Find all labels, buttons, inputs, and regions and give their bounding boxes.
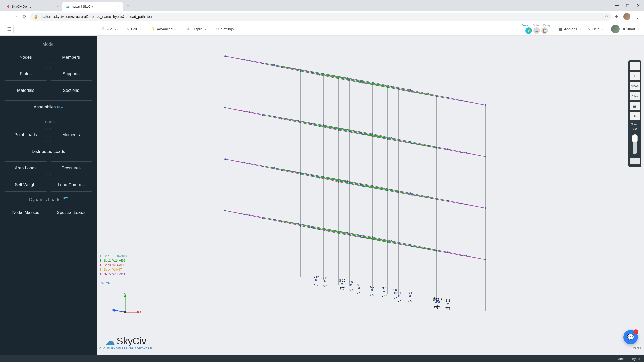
sidebar-assemblies[interactable]: AssembliesNEW: [5, 100, 92, 114]
close-icon[interactable]: ×: [57, 4, 59, 8]
svg-point-85: [349, 182, 350, 184]
rotate-button[interactable]: Rotate: [630, 92, 640, 100]
menu-output[interactable]: 🖥Output▾: [186, 27, 206, 31]
sidebar-spectral-loads[interactable]: Spectral Loads: [50, 206, 93, 219]
pencil-icon: ✎: [126, 27, 129, 31]
sidebar-moments[interactable]: Moments: [50, 128, 93, 142]
mode-label-design: Design: [543, 24, 551, 27]
sidebar-nodes[interactable]: Nodes: [5, 51, 47, 64]
svg-point-162: [244, 111, 245, 112]
svg-text:777: 777: [433, 306, 438, 309]
logo-tagline: CLOUD ENGINEERING SOFTWARE: [99, 347, 152, 350]
reload-icon[interactable]: ⟳: [21, 14, 28, 19]
svg-point-124: [485, 104, 486, 106]
sidebar-pressures[interactable]: Pressures: [50, 161, 93, 175]
menu-advanced[interactable]: ✨Advanced▾: [151, 27, 176, 31]
units-toggle[interactable]: Metric: [617, 357, 626, 361]
close-icon[interactable]: ×: [117, 4, 119, 8]
svg-line-36: [265, 166, 379, 189]
browser-tab-skyciv-demo[interactable]: H SkyCiv Demo ×: [2, 2, 62, 11]
svg-line-42: [274, 116, 387, 139]
new-tab-button[interactable]: +: [125, 3, 131, 8]
svg-point-82: [262, 166, 264, 167]
svg-point-145: [298, 172, 299, 173]
extensions-icon[interactable]: ✦: [615, 14, 618, 19]
svg-point-209: [315, 279, 317, 281]
svg-point-118: [311, 72, 313, 73]
sidebar-materials[interactable]: Materials: [5, 84, 47, 97]
svg-point-80: [338, 181, 339, 183]
svg-line-18: [274, 219, 387, 242]
sidebar-sections[interactable]: Sections: [50, 84, 93, 97]
url-text: platform.skyciv.com/structural?preload_n…: [41, 15, 602, 19]
svg-line-38: [314, 175, 428, 198]
star-icon[interactable]: ☆: [605, 15, 608, 19]
svg-line-30: [274, 168, 387, 191]
minimize-icon[interactable]: —: [615, 3, 619, 8]
svg-text:S 15: S 15: [433, 298, 439, 301]
sidebar-load-combos[interactable]: Load Combos: [50, 178, 93, 192]
sidebar-plates[interactable]: Plates: [5, 67, 47, 81]
sidebar-self-weight[interactable]: Self Weight: [5, 178, 47, 192]
svg-point-160: [460, 152, 462, 153]
svg-point-111: [372, 133, 373, 135]
axis-y-label: Y: [124, 293, 126, 296]
close-window-icon[interactable]: ✕: [637, 3, 640, 8]
favicon-h-icon: H: [6, 4, 10, 8]
back-icon[interactable]: ←: [3, 14, 10, 19]
svg-point-94: [409, 192, 411, 194]
sidebar-members[interactable]: Members: [50, 51, 93, 64]
svg-point-106: [360, 132, 362, 133]
user-menu[interactable]: Hi Stuart▾: [611, 25, 639, 33]
sidebar-point-loads[interactable]: Point Loads: [5, 128, 47, 142]
user-greeting: Hi Stuart: [622, 27, 635, 31]
kebab-menu-icon[interactable]: ⋮: [635, 14, 640, 19]
hamburger-menu[interactable]: ☰: [5, 25, 14, 33]
sidebar-supports[interactable]: Supports: [50, 67, 93, 81]
axis-gizmo[interactable]: Y X Z: [111, 293, 142, 318]
svg-text:777: 777: [408, 299, 413, 303]
mode-solve-button[interactable]: ☁: [533, 27, 540, 34]
browser-tab-hypar[interactable]: ☁ hypar | SkyCiv ×: [62, 2, 123, 11]
scale-slider[interactable]: [633, 134, 637, 154]
url-bar[interactable]: 🔒 platform.skyciv.com/structural?preload…: [30, 13, 612, 21]
maximize-icon[interactable]: ▢: [626, 3, 630, 8]
forward-icon[interactable]: →: [12, 14, 19, 19]
visibility-button[interactable]: 👁: [630, 72, 640, 80]
refresh-view-button[interactable]: ↻: [630, 112, 640, 120]
svg-point-163: [391, 137, 392, 139]
help-menu[interactable]: ?Help▾: [588, 27, 603, 31]
svg-point-148: [460, 203, 462, 204]
mode-design-button[interactable]: 📋: [541, 27, 548, 34]
sidebar-distributed-loads[interactable]: Distributed Loads: [5, 145, 92, 158]
svg-point-175: [391, 86, 392, 87]
svg-text:S 4: S 4: [396, 291, 401, 295]
svg-point-191: [383, 291, 385, 292]
sidebar-nodal-masses[interactable]: Nodal Masses: [5, 206, 47, 219]
viewport-3d[interactable]: S 1777S 2777S 3777S 4777S 5777S 6777S 77…: [97, 36, 644, 355]
chat-bubble[interactable]: 💬 1: [623, 330, 638, 344]
svg-point-143: [466, 204, 467, 205]
svg-line-57: [263, 64, 410, 90]
favicon-cloud-icon: ☁: [66, 4, 70, 8]
views-button[interactable]: Views: [630, 82, 640, 90]
platform-label[interactable]: hypar: [632, 357, 640, 361]
zoom-in-button[interactable]: +: [630, 62, 640, 70]
addons-menu[interactable]: ▦Add-ons▾: [559, 27, 581, 31]
tab-title: hypar | SkyCiv: [72, 5, 93, 8]
svg-point-101: [349, 131, 350, 132]
slider-end[interactable]: [630, 158, 640, 164]
slider-thumb[interactable]: [632, 135, 638, 142]
menu-settings[interactable]: ⚙Settings: [216, 27, 234, 31]
screenshot-button[interactable]: 📷: [630, 102, 640, 110]
svg-point-139: [391, 240, 392, 242]
svg-line-37: [283, 169, 396, 192]
sidebar-area-loads[interactable]: Area Loads: [5, 161, 47, 175]
svg-line-61: [283, 66, 396, 89]
svg-point-165: [249, 60, 250, 61]
menu-file[interactable]: 📄File▾: [101, 27, 116, 31]
profile-avatar[interactable]: [623, 13, 630, 20]
chevron-down-icon: ▾: [175, 28, 176, 30]
mode-model-button[interactable]: ⚡: [525, 27, 532, 34]
menu-edit[interactable]: ✎Edit▾: [126, 27, 141, 31]
